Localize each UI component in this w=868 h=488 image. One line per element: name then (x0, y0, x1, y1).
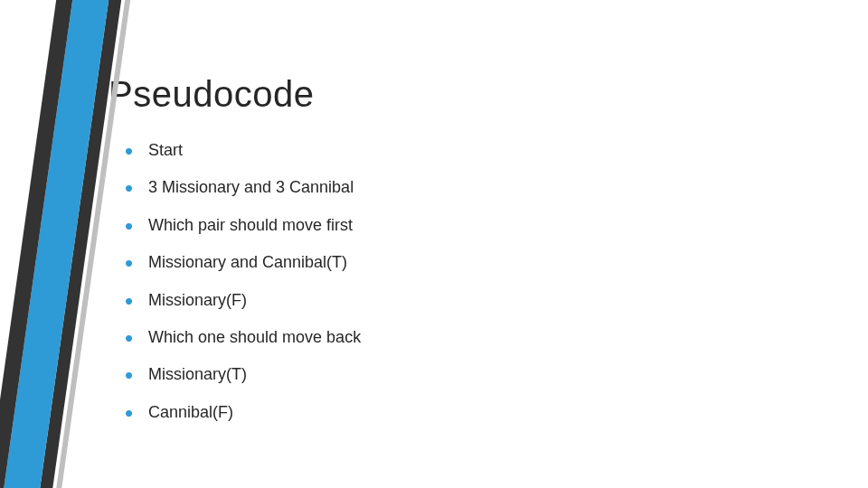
list-item: Missionary and Cannibal(T) (125, 252, 832, 273)
slide: Pseudocode Start 3 Missionary and 3 Cann… (0, 0, 868, 488)
list-item: 3 Missionary and 3 Cannibal (125, 177, 832, 198)
list-item: Which pair should move first (125, 215, 832, 236)
list-item: Start (125, 140, 832, 161)
page-title: Pseudocode (108, 74, 832, 115)
list-item: Cannibal(F) (125, 402, 832, 423)
list-item: Missionary(T) (125, 364, 832, 385)
content-area: Pseudocode Start 3 Missionary and 3 Cann… (108, 74, 832, 439)
list-item: Which one should move back (125, 327, 832, 348)
bullet-list: Start 3 Missionary and 3 Cannibal Which … (108, 140, 832, 423)
list-item: Missionary(F) (125, 290, 832, 311)
